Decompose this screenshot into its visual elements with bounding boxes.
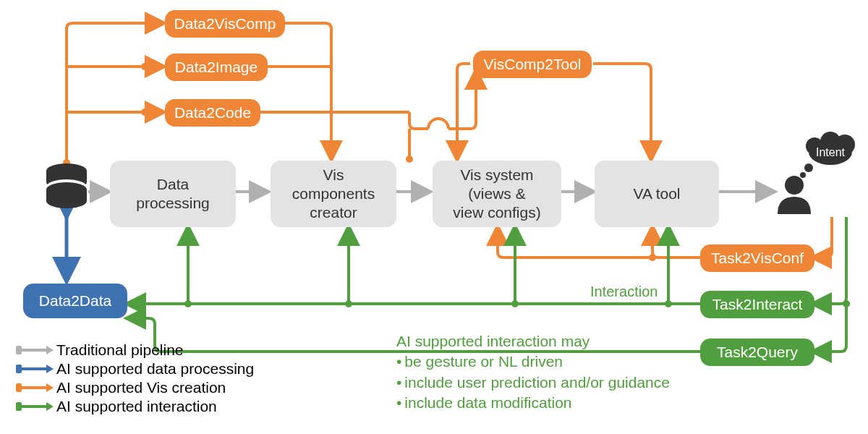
label: VisComp2Tool — [483, 55, 581, 74]
node-data2viscomp: Data2VisComp — [165, 10, 285, 38]
legend-row-green: AI supported interaction — [17, 398, 254, 415]
svg-point-6 — [63, 159, 70, 166]
svg-point-15 — [649, 254, 656, 261]
node-task2visconf: Task2VisConf — [700, 244, 814, 272]
svg-point-28 — [46, 175, 87, 190]
node-data-processing: Data processing — [110, 161, 236, 227]
note-bullet: •be gesture or NL driven — [396, 352, 670, 372]
svg-point-26 — [46, 163, 87, 178]
label: Task2Interact — [712, 295, 803, 314]
svg-point-32 — [46, 194, 87, 208]
svg-point-38 — [804, 163, 813, 172]
label: VA tool — [634, 184, 681, 203]
legend-label: AI supported Vis creation — [56, 379, 226, 396]
svg-point-18 — [665, 300, 672, 307]
svg-point-30 — [46, 182, 87, 197]
note-bullet: •include data modification — [396, 393, 670, 413]
legend-label: AI supported interaction — [56, 398, 217, 415]
legend-label: Traditional pipeline — [56, 341, 184, 359]
interaction-note: AI supported interaction may •be gesture… — [396, 331, 670, 413]
svg-rect-27 — [46, 171, 87, 182]
label: Task2Query — [717, 343, 798, 362]
svg-point-13 — [406, 156, 413, 163]
note-title: AI supported interaction may — [396, 331, 670, 352]
note-bullet: •include user prediction and/or guidance — [396, 373, 670, 393]
svg-point-22 — [345, 300, 352, 307]
svg-point-24 — [184, 300, 192, 307]
label: Vis system (views & view configs) — [453, 166, 540, 223]
legend-swatch-blue — [17, 367, 49, 370]
node-va-tool: VA tool — [595, 161, 719, 227]
label: Data processing — [136, 175, 210, 213]
node-vis-components-creator: Vis components creator — [271, 161, 396, 227]
svg-point-39 — [800, 172, 806, 178]
legend-label: AI supported data processing — [56, 360, 254, 378]
svg-point-33 — [785, 176, 804, 195]
intent-cloud-icon: Intent — [800, 132, 855, 178]
label: Data2VisComp — [174, 14, 276, 33]
legend-row-traditional: Traditional pipeline — [17, 341, 254, 359]
label: Data2Code — [174, 103, 251, 122]
legend-swatch-orange — [17, 386, 49, 389]
node-viscomp2tool: VisComp2Tool — [473, 51, 592, 78]
legend-row-blue: AI supported data processing — [17, 360, 254, 378]
node-data2data: Data2Data — [23, 284, 127, 318]
node-task2interact: Task2Interact — [700, 291, 814, 318]
interaction-label: Interaction — [590, 284, 658, 300]
svg-rect-31 — [46, 190, 87, 201]
node-data2code: Data2Code — [165, 99, 260, 127]
svg-point-7 — [141, 63, 148, 70]
node-vis-system: Vis system (views & view configs) — [433, 161, 561, 227]
svg-point-34 — [809, 139, 852, 165]
svg-point-25 — [843, 300, 850, 307]
node-data2image: Data2Image — [165, 54, 268, 81]
svg-point-37 — [820, 132, 841, 152]
legend-row-orange: AI supported Vis creation — [17, 379, 254, 396]
legend-swatch-gray — [17, 349, 49, 352]
svg-point-35 — [806, 137, 823, 155]
svg-point-36 — [835, 135, 855, 155]
label: Data2Data — [39, 292, 111, 310]
label: Data2Image — [175, 58, 258, 77]
intent-label: Intent — [816, 146, 846, 158]
node-task2query: Task2Query — [700, 339, 814, 366]
user-icon — [778, 176, 811, 214]
legend-swatch-green — [17, 405, 49, 408]
label: Task2VisConf — [711, 249, 804, 268]
database-icon — [46, 163, 87, 208]
label: Vis components creator — [292, 166, 375, 223]
svg-point-29 — [46, 179, 87, 194]
svg-point-20 — [511, 300, 519, 307]
legend: Traditional pipeline AI supported data p… — [17, 341, 254, 417]
svg-point-9 — [141, 109, 148, 116]
